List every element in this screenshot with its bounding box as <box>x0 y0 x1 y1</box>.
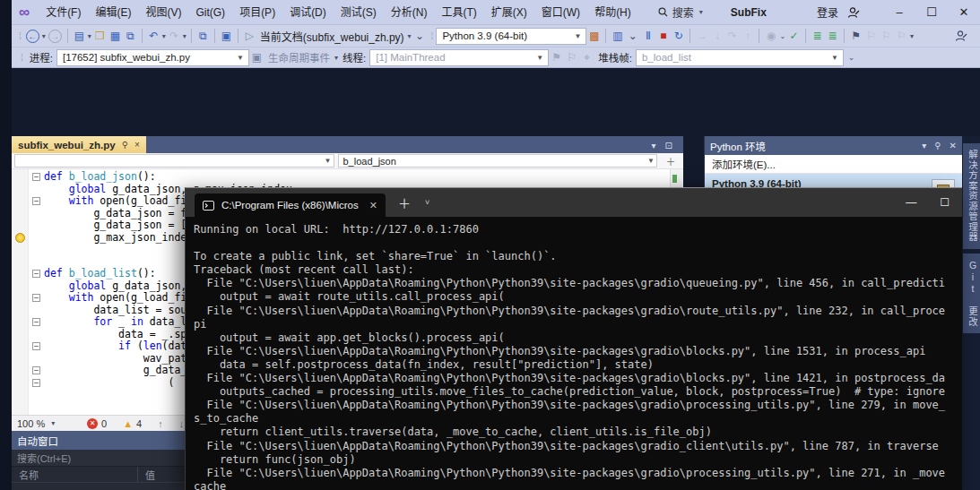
quick-search-box[interactable]: 搜索 ▾ <box>651 3 711 21</box>
toolbar-grip[interactable]: ⁞ <box>431 31 433 41</box>
collapse-region-icon[interactable]: − <box>32 342 40 350</box>
terminal-tab-close-icon[interactable]: ✕ <box>369 200 377 211</box>
save-icon[interactable]: ▦ <box>108 27 123 45</box>
syntax-check-icon[interactable]: ✓ <box>786 27 802 45</box>
undo-caret-icon[interactable]: ▾ <box>162 32 166 40</box>
maximize-button[interactable]: ☐ <box>915 0 948 25</box>
undo-icon[interactable]: ↶ <box>146 27 161 45</box>
lifecycle-events-icon[interactable]: ▣ <box>249 48 265 66</box>
toolbar-grip[interactable]: ⁞ <box>19 31 21 41</box>
window-position-chevron-icon[interactable]: ▾ <box>922 141 926 150</box>
fold-margin[interactable] <box>29 413 44 415</box>
fold-margin[interactable] <box>29 329 44 341</box>
menu-item-项目(P)[interactable]: 项目(P) <box>232 0 282 25</box>
open-folder-icon[interactable]: ❒ <box>92 27 108 45</box>
fold-margin[interactable] <box>29 280 44 293</box>
file-tab-subfix-webui-zh[interactable]: subfix_webui_zh.py ⚲ × <box>12 136 146 153</box>
fold-margin[interactable]: − <box>29 365 44 377</box>
step-into-icon[interactable]: ↓ <box>709 27 724 45</box>
toolbar-overflow-icon[interactable]: ⌄ <box>412 27 428 45</box>
collapse-region-icon[interactable]: − <box>32 366 40 374</box>
side-tab-解决方案资源管理器[interactable]: 解决方案资源管理器 <box>963 143 980 249</box>
collapse-region-icon[interactable]: − <box>32 173 40 181</box>
fold-margin[interactable] <box>29 219 44 232</box>
nav-forward-icon[interactable]: → <box>48 30 62 43</box>
column-header-value[interactable]: 值 <box>137 467 155 482</box>
break-all-icon[interactable]: Ⅱ <box>640 27 655 45</box>
menu-item-工具(T)[interactable]: 工具(T) <box>434 0 483 25</box>
fold-margin[interactable]: − <box>29 171 44 184</box>
active-files-chevron-icon[interactable]: ▾ <box>652 141 656 150</box>
bookmark-caret-icon[interactable]: ▾ <box>910 32 914 40</box>
menu-item-窗口(W)[interactable]: 窗口(W) <box>534 0 587 25</box>
start-debug-icon[interactable]: ▷ <box>242 27 257 45</box>
bookmark-icon[interactable]: ⚑ <box>848 27 863 45</box>
menu-item-视图(V)[interactable]: 视图(V) <box>138 0 188 25</box>
fold-margin[interactable]: − <box>29 377 44 390</box>
save-all-icon[interactable]: ⧉ <box>123 27 138 45</box>
menu-item-测试(S)[interactable]: 测试(S) <box>334 0 384 25</box>
terminal-output[interactable]: Running on local URL: http://127.0.0.1:7… <box>186 217 962 490</box>
menu-item-编辑(E)[interactable]: 编辑(E) <box>88 0 138 25</box>
new-file-icon[interactable]: ▤ <box>72 27 87 45</box>
fold-margin[interactable] <box>29 244 44 256</box>
restart-debug-icon[interactable]: ↻ <box>671 27 686 45</box>
decrease-indent-icon[interactable]: ≣ <box>810 27 825 45</box>
breakpoints-icon[interactable]: ◉ <box>763 27 778 45</box>
bookmark-clear-icon[interactable]: ⚐ <box>894 27 909 45</box>
next-issue-icon[interactable]: ↓ <box>179 418 185 429</box>
split-editor-icon[interactable]: ＋ <box>661 154 681 168</box>
collapse-region-icon[interactable]: − <box>32 379 40 387</box>
zoom-level-combo[interactable]: 100 % ▾ <box>17 418 64 429</box>
prev-issue-icon[interactable]: ↑ <box>158 418 163 429</box>
step-over-icon[interactable]: ↷ <box>724 27 740 45</box>
fold-margin[interactable] <box>29 389 44 401</box>
tab-close-icon[interactable]: × <box>134 140 140 150</box>
redo-caret-icon[interactable]: ▾ <box>183 32 186 40</box>
sign-in-button[interactable]: 登录 <box>817 4 838 20</box>
lifecycle-events-button[interactable]: 生命周期事件 <box>268 50 330 64</box>
terminal-tab[interactable]: C:\Program Files (x86)\Micros ✕ <box>195 193 386 217</box>
process-combo[interactable]: [17652] subfix_webui_zh.py ▼ <box>56 49 249 66</box>
error-count-icon[interactable]: ✕ <box>87 418 98 429</box>
flag-outline-icon[interactable]: ⚐ <box>564 48 579 66</box>
fold-margin[interactable]: − <box>29 316 44 329</box>
step-out-icon[interactable]: ↑ <box>740 27 755 45</box>
run-target-caret-icon[interactable]: ▾ <box>408 32 412 40</box>
menu-item-Git(G)[interactable]: Git(G) <box>188 0 232 25</box>
fold-margin[interactable] <box>29 256 44 269</box>
fold-margin[interactable] <box>29 305 44 317</box>
find-in-files-icon[interactable]: ⧉ <box>195 27 211 45</box>
window-layout-icon[interactable]: ▥ <box>610 27 625 45</box>
fold-margin[interactable] <box>29 353 44 365</box>
flagged-threads-icon[interactable]: ⌖ <box>579 48 594 66</box>
new-tab-icon[interactable]: ＋ <box>398 193 411 211</box>
fold-margin[interactable] <box>29 232 44 245</box>
column-header-name[interactable]: 名称 <box>12 468 137 482</box>
menu-item-调试(D)[interactable]: 调试(D) <box>282 0 334 25</box>
tab-dropdown-chevron-icon[interactable]: ˅ <box>425 198 429 207</box>
warning-count-icon[interactable]: ▲ <box>123 418 133 429</box>
open-container-icon[interactable]: ▣ <box>219 27 234 45</box>
thread-combo[interactable]: [1] MainThread ▼ <box>369 49 549 66</box>
python-version-combo[interactable]: Python 3.9 (64-bit) ▼ <box>436 28 586 45</box>
menu-item-文件(F)[interactable]: 文件(F) <box>39 0 88 25</box>
nav-back-icon[interactable]: ← <box>26 30 39 43</box>
fold-margin[interactable] <box>29 208 44 220</box>
toolbar-grip[interactable]: ⁞ <box>21 53 22 63</box>
menu-item-扩展(X)[interactable]: 扩展(X) <box>484 0 534 25</box>
stop-debug-icon[interactable]: ■ <box>655 27 671 45</box>
pin-icon[interactable]: ⚲ <box>934 141 941 150</box>
increase-indent-icon[interactable]: ≣ <box>825 27 840 45</box>
menu-item-分析(N)[interactable]: 分析(N) <box>384 0 435 25</box>
collapse-region-icon[interactable]: − <box>32 294 40 302</box>
layout-overflow-icon[interactable]: ⌄ <box>625 27 640 45</box>
close-button[interactable]: ✕ <box>948 0 980 25</box>
nav-scope-combo[interactable]: ▼ <box>14 154 334 168</box>
terminal-tab-bar[interactable]: C:\Program Files (x86)\Micros ✕ ＋ ˅ — ☐ <box>186 188 962 217</box>
minimize-button[interactable]: – <box>883 0 915 25</box>
fold-margin[interactable] <box>29 401 44 414</box>
add-environment-button[interactable]: 添加环境(E)... <box>705 155 962 174</box>
float-window-icon[interactable]: ⊡ <box>665 141 672 150</box>
collapse-region-icon[interactable]: − <box>32 318 40 326</box>
